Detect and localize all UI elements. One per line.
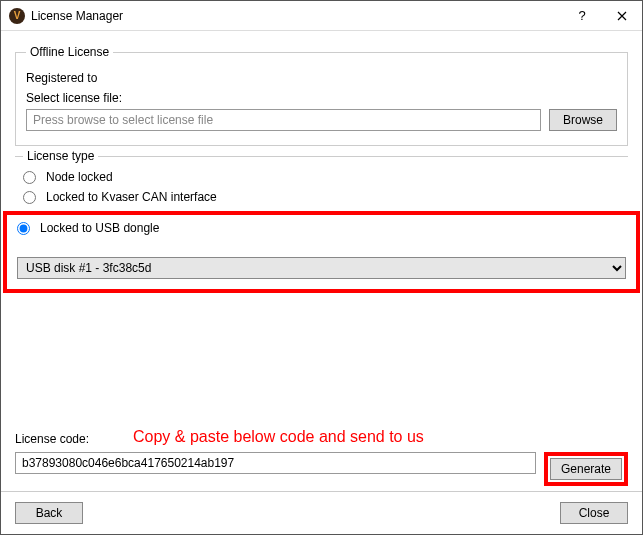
radio-usb-dongle[interactable]: Locked to USB dongle <box>17 219 626 243</box>
offline-license-legend: Offline License <box>26 45 113 59</box>
highlight-usb-dongle: Locked to USB dongle USB disk #1 - 3fc38… <box>3 211 640 293</box>
radio-kvaser-input[interactable] <box>23 191 36 204</box>
radio-usb-dongle-input[interactable] <box>17 222 30 235</box>
titlebar: V License Manager ? <box>1 1 642 31</box>
app-icon: V <box>9 8 25 24</box>
radio-kvaser[interactable]: Locked to Kvaser CAN interface <box>23 187 620 207</box>
select-file-label: Select license file: <box>26 91 617 105</box>
back-button[interactable]: Back <box>15 502 83 524</box>
highlight-generate: Generate <box>544 452 628 486</box>
dialog-footer: Back Close <box>1 491 642 534</box>
license-type-legend: License type <box>23 149 98 163</box>
radio-kvaser-label: Locked to Kvaser CAN interface <box>46 190 217 204</box>
annotation-text: Copy & paste below code and send to us <box>133 428 424 446</box>
radio-node-locked-label: Node locked <box>46 170 113 184</box>
license-code-area: License code: Copy & paste below code an… <box>15 432 628 486</box>
radio-node-locked-input[interactable] <box>23 171 36 184</box>
license-file-input[interactable] <box>26 109 541 131</box>
help-button[interactable]: ? <box>562 1 602 31</box>
registered-to-label: Registered to <box>26 71 617 85</box>
license-code-label: License code: <box>15 432 89 446</box>
radio-node-locked[interactable]: Node locked <box>23 167 620 187</box>
browse-button[interactable]: Browse <box>549 109 617 131</box>
radio-usb-dongle-label: Locked to USB dongle <box>40 221 159 235</box>
close-window-button[interactable] <box>602 1 642 31</box>
generate-button[interactable]: Generate <box>550 458 622 480</box>
license-type-group: License type Node locked Locked to Kvase… <box>15 156 628 293</box>
close-icon <box>617 11 627 21</box>
usb-dongle-select[interactable]: USB disk #1 - 3fc38c5d <box>17 257 626 279</box>
window-title: License Manager <box>31 9 123 23</box>
offline-license-group: Offline License Registered to Select lic… <box>15 45 628 146</box>
license-code-input[interactable] <box>15 452 536 474</box>
close-button[interactable]: Close <box>560 502 628 524</box>
